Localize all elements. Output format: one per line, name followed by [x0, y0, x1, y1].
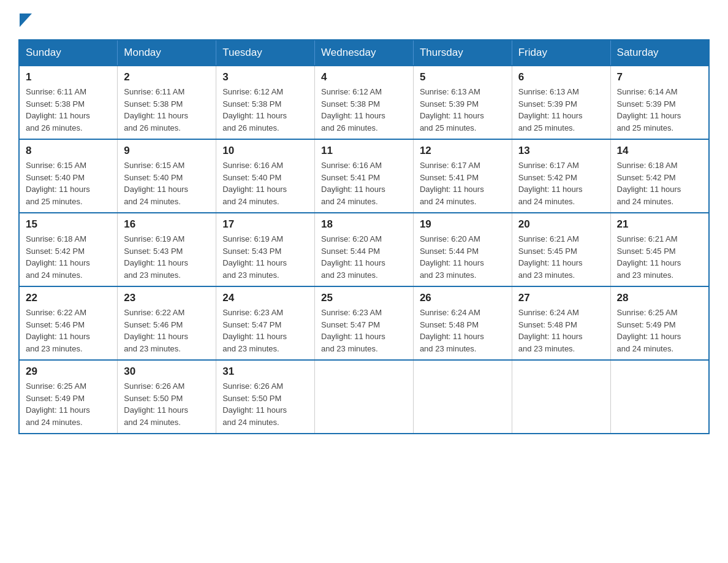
- day-number: 10: [222, 145, 308, 157]
- day-info: Sunrise: 6:26 AM Sunset: 5:50 PM Dayligh…: [124, 380, 210, 428]
- calendar-cell: 19 Sunrise: 6:20 AM Sunset: 5:44 PM Dayl…: [413, 213, 512, 286]
- day-header-sunday: Sunday: [19, 40, 118, 66]
- day-info: Sunrise: 6:17 AM Sunset: 5:42 PM Dayligh…: [518, 159, 604, 207]
- day-number: 20: [518, 218, 604, 231]
- day-info: Sunrise: 6:25 AM Sunset: 5:49 PM Dayligh…: [617, 307, 702, 354]
- calendar-cell: 3 Sunrise: 6:12 AM Sunset: 5:38 PM Dayli…: [216, 66, 315, 139]
- day-number: 27: [518, 292, 604, 304]
- logo: [18, 12, 32, 27]
- day-info: Sunrise: 6:24 AM Sunset: 5:48 PM Dayligh…: [420, 307, 506, 354]
- day-number: 13: [518, 145, 604, 157]
- day-number: 1: [26, 71, 111, 83]
- day-info: Sunrise: 6:19 AM Sunset: 5:43 PM Dayligh…: [222, 233, 308, 281]
- day-number: 22: [26, 292, 111, 304]
- day-number: 21: [617, 218, 702, 231]
- day-info: Sunrise: 6:11 AM Sunset: 5:38 PM Dayligh…: [124, 86, 210, 134]
- day-number: 8: [26, 145, 111, 157]
- day-info: Sunrise: 6:12 AM Sunset: 5:38 PM Dayligh…: [321, 86, 407, 134]
- calendar-cell: 6 Sunrise: 6:13 AM Sunset: 5:39 PM Dayli…: [512, 66, 610, 139]
- calendar-cell: 11 Sunrise: 6:16 AM Sunset: 5:41 PM Dayl…: [315, 139, 414, 213]
- calendar-cell: 8 Sunrise: 6:15 AM Sunset: 5:40 PM Dayli…: [19, 139, 118, 213]
- day-info: Sunrise: 6:16 AM Sunset: 5:41 PM Dayligh…: [321, 159, 407, 207]
- day-info: Sunrise: 6:18 AM Sunset: 5:42 PM Dayligh…: [26, 233, 111, 281]
- day-info: Sunrise: 6:25 AM Sunset: 5:49 PM Dayligh…: [26, 380, 111, 428]
- calendar-cell: [512, 360, 610, 434]
- calendar-cell: 20 Sunrise: 6:21 AM Sunset: 5:45 PM Dayl…: [512, 213, 610, 286]
- day-number: 31: [222, 366, 308, 378]
- day-info: Sunrise: 6:11 AM Sunset: 5:38 PM Dayligh…: [26, 86, 111, 134]
- week-row-5: 29 Sunrise: 6:25 AM Sunset: 5:49 PM Dayl…: [19, 360, 709, 434]
- day-number: 2: [124, 71, 210, 83]
- day-info: Sunrise: 6:22 AM Sunset: 5:46 PM Dayligh…: [124, 307, 210, 354]
- svg-marker-0: [20, 13, 32, 27]
- day-header-tuesday: Tuesday: [216, 40, 315, 66]
- calendar-cell: 31 Sunrise: 6:26 AM Sunset: 5:50 PM Dayl…: [216, 360, 315, 434]
- calendar-cell: 24 Sunrise: 6:23 AM Sunset: 5:47 PM Dayl…: [216, 286, 315, 360]
- day-number: 11: [321, 145, 407, 157]
- calendar-cell: 5 Sunrise: 6:13 AM Sunset: 5:39 PM Dayli…: [413, 66, 512, 139]
- week-row-4: 22 Sunrise: 6:22 AM Sunset: 5:46 PM Dayl…: [19, 286, 709, 360]
- day-header-wednesday: Wednesday: [315, 40, 414, 66]
- day-info: Sunrise: 6:26 AM Sunset: 5:50 PM Dayligh…: [222, 380, 308, 428]
- calendar-cell: 13 Sunrise: 6:17 AM Sunset: 5:42 PM Dayl…: [512, 139, 610, 213]
- calendar-cell: 22 Sunrise: 6:22 AM Sunset: 5:46 PM Dayl…: [19, 286, 118, 360]
- calendar-cell: 16 Sunrise: 6:19 AM Sunset: 5:43 PM Dayl…: [118, 213, 216, 286]
- logo-triangle-icon: [20, 13, 32, 27]
- day-info: Sunrise: 6:12 AM Sunset: 5:38 PM Dayligh…: [222, 86, 308, 134]
- calendar-cell: 2 Sunrise: 6:11 AM Sunset: 5:38 PM Dayli…: [118, 66, 216, 139]
- calendar-cell: 21 Sunrise: 6:21 AM Sunset: 5:45 PM Dayl…: [610, 213, 709, 286]
- day-info: Sunrise: 6:21 AM Sunset: 5:45 PM Dayligh…: [518, 233, 604, 281]
- day-info: Sunrise: 6:16 AM Sunset: 5:40 PM Dayligh…: [222, 159, 308, 207]
- day-info: Sunrise: 6:13 AM Sunset: 5:39 PM Dayligh…: [420, 86, 506, 134]
- calendar-body: 1 Sunrise: 6:11 AM Sunset: 5:38 PM Dayli…: [19, 66, 709, 434]
- day-number: 17: [222, 218, 308, 231]
- calendar-cell: [315, 360, 414, 434]
- day-info: Sunrise: 6:21 AM Sunset: 5:45 PM Dayligh…: [617, 233, 702, 281]
- calendar-cell: 25 Sunrise: 6:23 AM Sunset: 5:47 PM Dayl…: [315, 286, 414, 360]
- day-header-monday: Monday: [118, 40, 216, 66]
- day-info: Sunrise: 6:20 AM Sunset: 5:44 PM Dayligh…: [321, 233, 407, 281]
- day-info: Sunrise: 6:18 AM Sunset: 5:42 PM Dayligh…: [617, 159, 702, 207]
- day-number: 14: [617, 145, 702, 157]
- calendar-cell: 27 Sunrise: 6:24 AM Sunset: 5:48 PM Dayl…: [512, 286, 610, 360]
- week-row-3: 15 Sunrise: 6:18 AM Sunset: 5:42 PM Dayl…: [19, 213, 709, 286]
- day-number: 29: [26, 366, 111, 378]
- day-header-friday: Friday: [512, 40, 610, 66]
- day-number: 23: [124, 292, 210, 304]
- calendar-cell: 23 Sunrise: 6:22 AM Sunset: 5:46 PM Dayl…: [118, 286, 216, 360]
- day-info: Sunrise: 6:19 AM Sunset: 5:43 PM Dayligh…: [124, 233, 210, 281]
- day-info: Sunrise: 6:15 AM Sunset: 5:40 PM Dayligh…: [124, 159, 210, 207]
- page-header: [18, 12, 710, 27]
- calendar-cell: 9 Sunrise: 6:15 AM Sunset: 5:40 PM Dayli…: [118, 139, 216, 213]
- day-info: Sunrise: 6:15 AM Sunset: 5:40 PM Dayligh…: [26, 159, 111, 207]
- week-row-1: 1 Sunrise: 6:11 AM Sunset: 5:38 PM Dayli…: [19, 66, 709, 139]
- day-info: Sunrise: 6:14 AM Sunset: 5:39 PM Dayligh…: [617, 86, 702, 134]
- calendar-cell: 28 Sunrise: 6:25 AM Sunset: 5:49 PM Dayl…: [610, 286, 709, 360]
- day-info: Sunrise: 6:20 AM Sunset: 5:44 PM Dayligh…: [420, 233, 506, 281]
- calendar-cell: [610, 360, 709, 434]
- calendar-cell: 26 Sunrise: 6:24 AM Sunset: 5:48 PM Dayl…: [413, 286, 512, 360]
- day-info: Sunrise: 6:17 AM Sunset: 5:41 PM Dayligh…: [420, 159, 506, 207]
- days-of-week-row: SundayMondayTuesdayWednesdayThursdayFrid…: [19, 40, 709, 66]
- day-number: 9: [124, 145, 210, 157]
- calendar-cell: 30 Sunrise: 6:26 AM Sunset: 5:50 PM Dayl…: [118, 360, 216, 434]
- calendar-cell: [413, 360, 512, 434]
- day-number: 18: [321, 218, 407, 231]
- day-number: 12: [420, 145, 506, 157]
- calendar-cell: 7 Sunrise: 6:14 AM Sunset: 5:39 PM Dayli…: [610, 66, 709, 139]
- calendar-cell: 15 Sunrise: 6:18 AM Sunset: 5:42 PM Dayl…: [19, 213, 118, 286]
- day-header-thursday: Thursday: [413, 40, 512, 66]
- calendar-cell: 10 Sunrise: 6:16 AM Sunset: 5:40 PM Dayl…: [216, 139, 315, 213]
- day-number: 30: [124, 366, 210, 378]
- day-info: Sunrise: 6:23 AM Sunset: 5:47 PM Dayligh…: [222, 307, 308, 354]
- calendar-cell: 29 Sunrise: 6:25 AM Sunset: 5:49 PM Dayl…: [19, 360, 118, 434]
- day-info: Sunrise: 6:24 AM Sunset: 5:48 PM Dayligh…: [518, 307, 604, 354]
- day-number: 19: [420, 218, 506, 231]
- calendar-cell: 17 Sunrise: 6:19 AM Sunset: 5:43 PM Dayl…: [216, 213, 315, 286]
- day-number: 24: [222, 292, 308, 304]
- day-number: 4: [321, 71, 407, 83]
- day-number: 16: [124, 218, 210, 231]
- day-number: 5: [420, 71, 506, 83]
- day-number: 25: [321, 292, 407, 304]
- day-number: 28: [617, 292, 702, 304]
